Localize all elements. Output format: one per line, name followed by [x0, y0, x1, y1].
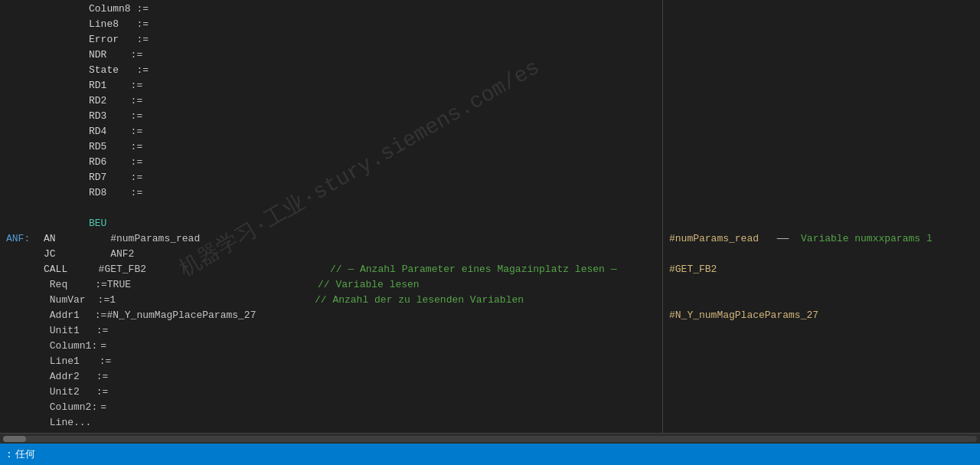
- right-an-var: #numParams_read: [669, 233, 759, 244]
- right-empty-2: [669, 18, 974, 34]
- right-addr1-line: #N_Y_numMagPlaceParams_27: [669, 309, 974, 325]
- line-column2: Column2: =: [0, 401, 662, 417]
- line-rd1: RD1 :=: [0, 80, 662, 95]
- numvar-keyword: NumVar: [41, 294, 86, 306]
- right-empty-12: [669, 172, 974, 187]
- unit2-value: :=: [96, 386, 109, 398]
- line-an: ANF: AN #numParams_read: [0, 233, 662, 248]
- line-numvar: NumVar :=1 // Anzahl der zu lesenden Var…: [0, 294, 662, 309]
- call-comment: // — Anzahl Parameter eines Magazinplatz…: [330, 264, 616, 275]
- keyword-column8: Column8: [6, 3, 131, 15]
- line-column1: Column1: =: [0, 340, 662, 355]
- req-keyword: Req: [41, 279, 67, 290]
- jc-keyword: JC: [41, 248, 87, 260]
- keyword-state: State: [6, 64, 119, 76]
- right-numvar-line: [669, 294, 974, 309]
- right-unit2-line: [669, 386, 974, 401]
- line-line1: Line1 :=: [0, 355, 662, 371]
- unit2-keyword: Unit2: [41, 386, 80, 398]
- line-rd5: RD5 :=: [0, 141, 662, 156]
- code-panel: Column8 := Line8 := Error := NDR := Stat…: [0, 0, 663, 433]
- line-call: CALL #GET_FB2 // — Anzahl Parameter eine…: [0, 264, 662, 279]
- keyword-rd6: RD6: [6, 156, 106, 168]
- line-column8: Column8 :=: [0, 3, 662, 18]
- addr1-value: :=#N_Y_numMagPlaceParams_27: [95, 309, 256, 321]
- keyword-ndr: NDR: [6, 49, 106, 61]
- line-error: Error :=: [0, 34, 662, 49]
- right-empty-4: [669, 49, 974, 64]
- empty-line-1: [0, 202, 662, 218]
- line-req: Req :=TRUE // Variable lesen: [0, 279, 662, 294]
- right-an-comment: Variable numxxparams l: [795, 233, 932, 244]
- right-line1-line: [669, 355, 974, 371]
- call-keyword: CALL: [41, 264, 87, 275]
- right-panel: #numParams_read —— Variable numxxparams …: [663, 0, 980, 433]
- right-req-line: [669, 279, 974, 294]
- status-text: 任何: [15, 447, 35, 461]
- keyword-rd1: RD1: [6, 80, 106, 91]
- line-rd8: RD8 :=: [0, 187, 662, 202]
- numvar-value: :=1: [98, 294, 116, 306]
- addr1-keyword: Addr1: [41, 309, 80, 321]
- req-value: :=TRUE: [95, 279, 131, 290]
- right-call-line: #GET_FB2: [669, 264, 974, 279]
- line1-value: :=: [100, 355, 112, 367]
- right-empty-14: [669, 202, 974, 218]
- numvar-comment: // Anzahl der zu lesenden Variablen: [315, 294, 524, 306]
- right-empty-9: [669, 126, 974, 141]
- line-line2-partial: Line...: [0, 417, 662, 432]
- right-call-var: #GET_FB2: [669, 264, 717, 275]
- call-value: #GET_FB2: [87, 264, 146, 275]
- right-addr1-var: #N_Y_numMagPlaceParams_27: [669, 309, 818, 321]
- column1-value: =: [100, 340, 106, 352]
- right-empty-3: [669, 34, 974, 49]
- keyword-rd7: RD7: [6, 172, 106, 183]
- scrollbar-track[interactable]: [3, 436, 977, 442]
- keyword-line8: Line8: [6, 18, 119, 30]
- keyword-rd5: RD5: [6, 141, 106, 152]
- line-state: State :=: [0, 64, 662, 80]
- keyword-rd3: RD3: [6, 110, 106, 122]
- right-an-line: #numParams_read —— Variable numxxparams …: [669, 233, 974, 248]
- line-rd6: RD6 :=: [0, 156, 662, 172]
- beu-line: BEU: [0, 218, 662, 233]
- line-addr2: Addr2 :=: [0, 371, 662, 386]
- jc-value: ANF2: [87, 248, 134, 260]
- horizontal-scrollbar[interactable]: [0, 433, 980, 444]
- keyword-rd8: RD8: [6, 187, 106, 198]
- right-empty-13: [669, 187, 974, 202]
- right-jc-line: [669, 248, 974, 264]
- right-empty-7: [669, 95, 974, 110]
- right-col1-line: [669, 340, 974, 355]
- right-empty-6: [669, 80, 974, 95]
- status-bar: : 任何: [0, 444, 980, 465]
- addr2-value: :=: [96, 371, 109, 382]
- column2-keyword: Column2:: [41, 401, 97, 413]
- line-unit2: Unit2 :=: [0, 386, 662, 401]
- line1-keyword: Line1: [41, 355, 80, 367]
- anf-label: ANF:: [6, 233, 41, 244]
- right-empty-8: [669, 110, 974, 126]
- column2-value: =: [100, 401, 106, 413]
- unit1-keyword: Unit1: [41, 325, 80, 336]
- code-content: Column8 := Line8 := Error := NDR := Stat…: [0, 0, 662, 433]
- line-jc: JC ANF2: [0, 248, 662, 264]
- right-empty-5: [669, 64, 974, 80]
- line2-keyword: Line...: [41, 417, 91, 428]
- status-prefix: :: [6, 449, 12, 460]
- scrollbar-thumb[interactable]: [3, 436, 26, 442]
- right-empty-11: [669, 156, 974, 172]
- addr2-keyword: Addr2: [41, 371, 80, 382]
- line-rd4: RD4 :=: [0, 126, 662, 141]
- right-empty-10: [669, 141, 974, 156]
- keyword-error: Error: [6, 34, 119, 45]
- unit1-value: :=: [96, 325, 109, 336]
- req-comment: // Variable lesen: [318, 279, 420, 290]
- line-line8: Line8 :=: [0, 18, 662, 34]
- an-value: #numParams_read: [87, 233, 200, 244]
- line-unit1: Unit1 :=: [0, 325, 662, 340]
- line-addr1: Addr1 :=#N_Y_numMagPlaceParams_27: [0, 309, 662, 325]
- keyword-rd2: RD2: [6, 95, 106, 106]
- right-addr2-line: [669, 371, 974, 386]
- column1-keyword: Column1:: [41, 340, 97, 352]
